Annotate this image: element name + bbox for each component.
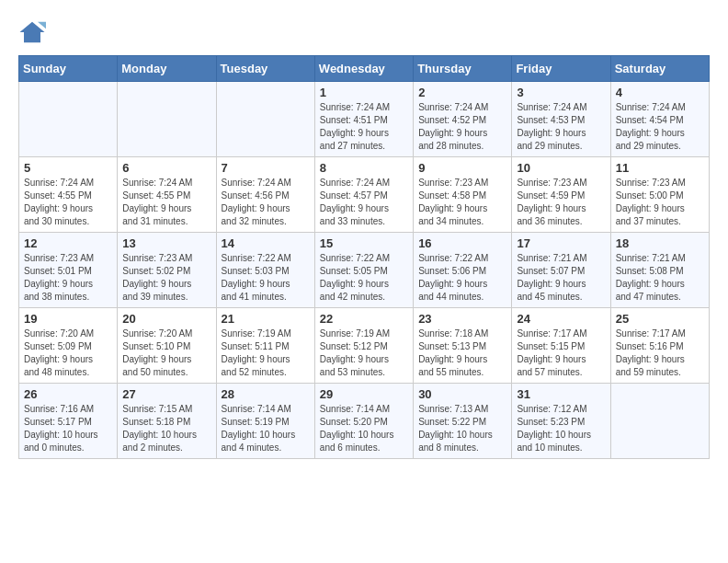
day-number: 11 (616, 161, 704, 175)
calendar-cell: 24Sunrise: 7:17 AMSunset: 5:15 PMDayligh… (512, 308, 610, 384)
day-info: Sunrise: 7:13 AMSunset: 5:22 PMDaylight:… (418, 403, 506, 454)
calendar-cell (118, 82, 216, 157)
day-number: 22 (320, 312, 408, 326)
day-number: 2 (418, 86, 506, 99)
day-info: Sunrise: 7:23 AMSunset: 4:59 PMDaylight:… (517, 177, 605, 228)
day-info: Sunrise: 7:20 AMSunset: 5:09 PMDaylight:… (24, 327, 112, 379)
calendar-cell: 29Sunrise: 7:14 AMSunset: 5:20 PMDayligh… (314, 384, 413, 459)
week-row-2: 5Sunrise: 7:24 AMSunset: 4:55 PMDaylight… (19, 157, 710, 233)
calendar-cell: 21Sunrise: 7:19 AMSunset: 5:11 PMDayligh… (216, 308, 314, 384)
calendar-cell: 15Sunrise: 7:22 AMSunset: 5:05 PMDayligh… (314, 233, 413, 308)
day-number: 20 (122, 312, 210, 326)
calendar-cell: 17Sunrise: 7:21 AMSunset: 5:07 PMDayligh… (512, 233, 610, 308)
calendar-cell (19, 82, 118, 157)
day-number: 1 (320, 86, 408, 99)
day-info: Sunrise: 7:22 AMSunset: 5:05 PMDaylight:… (320, 252, 408, 304)
svg-marker-0 (20, 22, 45, 43)
calendar-cell: 14Sunrise: 7:22 AMSunset: 5:03 PMDayligh… (216, 233, 314, 308)
day-number: 21 (222, 312, 310, 326)
day-info: Sunrise: 7:22 AMSunset: 5:03 PMDaylight:… (222, 252, 310, 304)
week-row-4: 19Sunrise: 7:20 AMSunset: 5:09 PMDayligh… (19, 308, 710, 384)
day-number: 25 (616, 312, 704, 326)
calendar-cell: 18Sunrise: 7:21 AMSunset: 5:08 PMDayligh… (610, 233, 709, 308)
day-info: Sunrise: 7:19 AMSunset: 5:12 PMDaylight:… (320, 327, 408, 379)
weekday-header-sunday: Sunday (19, 56, 118, 82)
calendar-cell: 4Sunrise: 7:24 AMSunset: 4:54 PMDaylight… (610, 82, 709, 157)
weekday-header-saturday: Saturday (610, 56, 709, 82)
day-number: 16 (418, 236, 506, 250)
calendar-cell: 27Sunrise: 7:15 AMSunset: 5:18 PMDayligh… (118, 384, 216, 459)
day-info: Sunrise: 7:14 AMSunset: 5:20 PMDaylight:… (320, 403, 408, 454)
calendar-cell: 20Sunrise: 7:20 AMSunset: 5:10 PMDayligh… (118, 308, 216, 384)
day-number: 17 (517, 236, 605, 250)
day-info: Sunrise: 7:24 AMSunset: 4:53 PMDaylight:… (517, 101, 605, 153)
weekday-header-wednesday: Wednesday (314, 56, 413, 82)
day-info: Sunrise: 7:21 AMSunset: 5:08 PMDaylight:… (616, 252, 704, 304)
calendar-cell: 10Sunrise: 7:23 AMSunset: 4:59 PMDayligh… (512, 157, 610, 233)
day-info: Sunrise: 7:23 AMSunset: 5:02 PMDaylight:… (122, 252, 210, 304)
day-number: 8 (320, 161, 408, 175)
day-number: 27 (122, 387, 210, 401)
calendar-cell: 9Sunrise: 7:23 AMSunset: 4:58 PMDaylight… (414, 157, 512, 233)
day-info: Sunrise: 7:24 AMSunset: 4:55 PMDaylight:… (24, 177, 112, 228)
calendar-cell: 30Sunrise: 7:13 AMSunset: 5:22 PMDayligh… (414, 384, 512, 459)
day-number: 12 (24, 236, 112, 250)
day-info: Sunrise: 7:18 AMSunset: 5:13 PMDaylight:… (418, 327, 506, 379)
day-info: Sunrise: 7:12 AMSunset: 5:23 PMDaylight:… (517, 403, 605, 454)
calendar-cell (610, 384, 709, 459)
day-number: 5 (24, 161, 112, 175)
weekday-header-tuesday: Tuesday (216, 56, 314, 82)
day-info: Sunrise: 7:24 AMSunset: 4:54 PMDaylight:… (616, 101, 704, 153)
day-info: Sunrise: 7:24 AMSunset: 4:57 PMDaylight:… (320, 177, 408, 228)
calendar-cell: 22Sunrise: 7:19 AMSunset: 5:12 PMDayligh… (314, 308, 413, 384)
day-number: 10 (517, 161, 605, 175)
calendar-table: SundayMondayTuesdayWednesdayThursdayFrid… (18, 55, 710, 459)
calendar-cell: 31Sunrise: 7:12 AMSunset: 5:23 PMDayligh… (512, 384, 610, 459)
day-number: 3 (517, 86, 605, 99)
day-info: Sunrise: 7:24 AMSunset: 4:56 PMDaylight:… (222, 177, 310, 228)
day-number: 23 (418, 312, 506, 326)
day-info: Sunrise: 7:20 AMSunset: 5:10 PMDaylight:… (122, 327, 210, 379)
logo (18, 18, 51, 46)
day-info: Sunrise: 7:19 AMSunset: 5:11 PMDaylight:… (222, 327, 310, 379)
day-info: Sunrise: 7:22 AMSunset: 5:06 PMDaylight:… (418, 252, 506, 304)
day-number: 29 (320, 387, 408, 401)
day-number: 26 (24, 387, 112, 401)
calendar-cell: 8Sunrise: 7:24 AMSunset: 4:57 PMDaylight… (314, 157, 413, 233)
week-row-5: 26Sunrise: 7:16 AMSunset: 5:17 PMDayligh… (19, 384, 710, 459)
day-number: 28 (222, 387, 310, 401)
day-number: 15 (320, 236, 408, 250)
weekday-header-row: SundayMondayTuesdayWednesdayThursdayFrid… (19, 56, 710, 82)
day-number: 19 (24, 312, 112, 326)
page-header (18, 18, 710, 46)
calendar-cell: 12Sunrise: 7:23 AMSunset: 5:01 PMDayligh… (19, 233, 118, 308)
weekday-header-thursday: Thursday (414, 56, 512, 82)
calendar-cell: 16Sunrise: 7:22 AMSunset: 5:06 PMDayligh… (414, 233, 512, 308)
day-info: Sunrise: 7:15 AMSunset: 5:18 PMDaylight:… (122, 403, 210, 454)
calendar-cell: 3Sunrise: 7:24 AMSunset: 4:53 PMDaylight… (512, 82, 610, 157)
day-info: Sunrise: 7:17 AMSunset: 5:16 PMDaylight:… (616, 327, 704, 379)
day-info: Sunrise: 7:24 AMSunset: 4:55 PMDaylight:… (122, 177, 210, 228)
day-number: 7 (222, 161, 310, 175)
day-number: 9 (418, 161, 506, 175)
calendar-cell: 5Sunrise: 7:24 AMSunset: 4:55 PMDaylight… (19, 157, 118, 233)
day-info: Sunrise: 7:21 AMSunset: 5:07 PMDaylight:… (517, 252, 605, 304)
calendar-cell: 19Sunrise: 7:20 AMSunset: 5:09 PMDayligh… (19, 308, 118, 384)
calendar-cell: 6Sunrise: 7:24 AMSunset: 4:55 PMDaylight… (118, 157, 216, 233)
day-number: 24 (517, 312, 605, 326)
calendar-cell: 1Sunrise: 7:24 AMSunset: 4:51 PMDaylight… (314, 82, 413, 157)
weekday-header-friday: Friday (512, 56, 610, 82)
day-number: 30 (418, 387, 506, 401)
week-row-3: 12Sunrise: 7:23 AMSunset: 5:01 PMDayligh… (19, 233, 710, 308)
day-info: Sunrise: 7:17 AMSunset: 5:15 PMDaylight:… (517, 327, 605, 379)
calendar-cell: 7Sunrise: 7:24 AMSunset: 4:56 PMDaylight… (216, 157, 314, 233)
calendar-cell: 2Sunrise: 7:24 AMSunset: 4:52 PMDaylight… (414, 82, 512, 157)
day-info: Sunrise: 7:23 AMSunset: 5:01 PMDaylight:… (24, 252, 112, 304)
day-number: 18 (616, 236, 704, 250)
calendar-cell: 28Sunrise: 7:14 AMSunset: 5:19 PMDayligh… (216, 384, 314, 459)
day-number: 31 (517, 387, 605, 401)
day-info: Sunrise: 7:24 AMSunset: 4:52 PMDaylight:… (418, 101, 506, 153)
day-number: 6 (122, 161, 210, 175)
day-info: Sunrise: 7:16 AMSunset: 5:17 PMDaylight:… (24, 403, 112, 454)
logo-icon (18, 18, 46, 46)
